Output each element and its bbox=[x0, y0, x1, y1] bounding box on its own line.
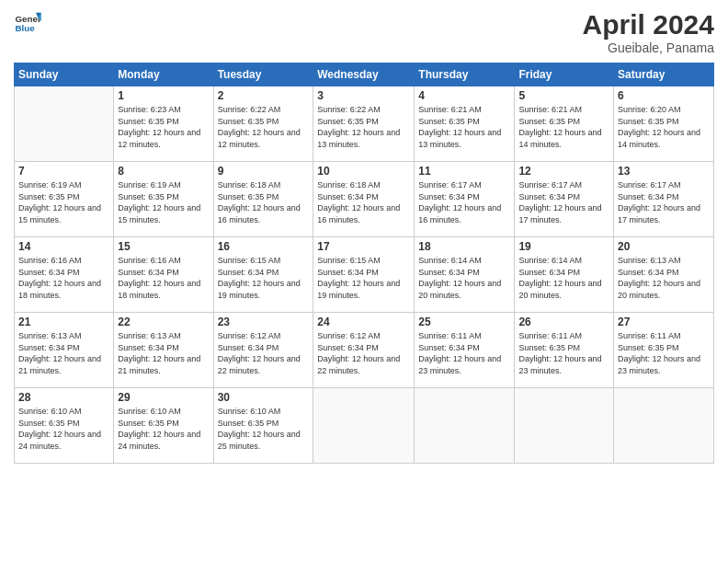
sunset: Sunset: 6:34 PM bbox=[218, 343, 279, 352]
day-cell: 6 Sunrise: 6:20 AM Sunset: 6:35 PM Dayli… bbox=[614, 86, 714, 162]
daylight: Daylight: 12 hours and 19 minutes. bbox=[218, 279, 301, 300]
day-number: 12 bbox=[518, 165, 609, 178]
sunrise: Sunrise: 6:11 AM bbox=[418, 331, 482, 340]
calendar-table: Sunday Monday Tuesday Wednesday Thursday… bbox=[14, 63, 714, 464]
daylight: Daylight: 12 hours and 22 minutes. bbox=[317, 354, 400, 375]
sunrise: Sunrise: 6:21 AM bbox=[518, 105, 582, 114]
daylight: Daylight: 12 hours and 13 minutes. bbox=[317, 128, 400, 149]
day-info: Sunrise: 6:16 AM Sunset: 6:34 PM Dayligh… bbox=[18, 255, 109, 301]
logo-icon: General Blue bbox=[14, 9, 41, 37]
day-info: Sunrise: 6:11 AM Sunset: 6:35 PM Dayligh… bbox=[618, 330, 710, 376]
sunrise: Sunrise: 6:22 AM bbox=[317, 105, 381, 114]
header: General Blue April 2024 Gueibale, Panama bbox=[14, 9, 714, 55]
day-number: 25 bbox=[418, 316, 510, 328]
day-info: Sunrise: 6:21 AM Sunset: 6:35 PM Dayligh… bbox=[418, 104, 510, 150]
sunset: Sunset: 6:34 PM bbox=[317, 268, 379, 277]
day-cell: 24 Sunrise: 6:12 AM Sunset: 6:34 PM Dayl… bbox=[313, 313, 415, 388]
day-cell: 20 Sunrise: 6:13 AM Sunset: 6:34 PM Dayl… bbox=[614, 237, 714, 313]
day-cell bbox=[415, 388, 515, 464]
day-number: 19 bbox=[518, 240, 609, 253]
daylight: Daylight: 12 hours and 18 minutes. bbox=[18, 279, 101, 300]
sunrise: Sunrise: 6:17 AM bbox=[418, 180, 482, 190]
sunset: Sunset: 6:34 PM bbox=[18, 343, 80, 352]
day-number: 3 bbox=[317, 89, 410, 102]
sunset: Sunset: 6:34 PM bbox=[18, 268, 80, 277]
day-info: Sunrise: 6:22 AM Sunset: 6:35 PM Dayligh… bbox=[218, 104, 310, 150]
col-saturday: Saturday bbox=[614, 63, 714, 86]
day-number: 17 bbox=[317, 240, 410, 253]
sunset: Sunset: 6:35 PM bbox=[518, 117, 580, 126]
day-info: Sunrise: 6:13 AM Sunset: 6:34 PM Dayligh… bbox=[618, 255, 710, 301]
sunrise: Sunrise: 6:16 AM bbox=[118, 256, 181, 265]
sunrise: Sunrise: 6:14 AM bbox=[518, 256, 582, 265]
day-number: 7 bbox=[18, 165, 109, 178]
sunrise: Sunrise: 6:13 AM bbox=[618, 256, 681, 265]
day-cell: 9 Sunrise: 6:18 AM Sunset: 6:35 PM Dayli… bbox=[213, 162, 313, 237]
day-cell: 25 Sunrise: 6:11 AM Sunset: 6:34 PM Dayl… bbox=[415, 313, 515, 388]
day-number: 27 bbox=[618, 316, 710, 328]
day-number: 8 bbox=[118, 165, 209, 178]
col-wednesday: Wednesday bbox=[313, 63, 415, 86]
sunset: Sunset: 6:34 PM bbox=[418, 192, 480, 201]
day-info: Sunrise: 6:11 AM Sunset: 6:35 PM Dayligh… bbox=[518, 330, 609, 376]
day-cell: 11 Sunrise: 6:17 AM Sunset: 6:34 PM Dayl… bbox=[415, 162, 515, 237]
daylight: Daylight: 12 hours and 24 minutes. bbox=[118, 430, 200, 451]
week-row-3: 14 Sunrise: 6:16 AM Sunset: 6:34 PM Dayl… bbox=[15, 237, 714, 313]
sunrise: Sunrise: 6:17 AM bbox=[618, 180, 681, 190]
sunset: Sunset: 6:35 PM bbox=[118, 117, 179, 126]
day-number: 6 bbox=[618, 89, 710, 102]
title-block: April 2024 Gueibale, Panama bbox=[583, 9, 714, 55]
sunset: Sunset: 6:34 PM bbox=[518, 192, 580, 201]
day-cell: 7 Sunrise: 6:19 AM Sunset: 6:35 PM Dayli… bbox=[15, 162, 114, 237]
sunset: Sunset: 6:34 PM bbox=[118, 268, 179, 277]
sunset: Sunset: 6:34 PM bbox=[518, 268, 580, 277]
sunrise: Sunrise: 6:15 AM bbox=[317, 256, 381, 265]
daylight: Daylight: 12 hours and 22 minutes. bbox=[218, 354, 301, 375]
daylight: Daylight: 12 hours and 17 minutes. bbox=[618, 203, 700, 224]
day-info: Sunrise: 6:15 AM Sunset: 6:34 PM Dayligh… bbox=[317, 255, 410, 301]
sunset: Sunset: 6:34 PM bbox=[218, 268, 279, 277]
daylight: Daylight: 12 hours and 23 minutes. bbox=[618, 354, 700, 375]
day-cell bbox=[313, 388, 415, 464]
sunset: Sunset: 6:35 PM bbox=[618, 117, 679, 126]
sunrise: Sunrise: 6:10 AM bbox=[218, 407, 281, 416]
day-number: 9 bbox=[218, 165, 310, 178]
sunset: Sunset: 6:35 PM bbox=[18, 419, 80, 428]
sunrise: Sunrise: 6:19 AM bbox=[118, 180, 181, 190]
sunrise: Sunrise: 6:12 AM bbox=[317, 331, 381, 340]
sunrise: Sunrise: 6:10 AM bbox=[18, 407, 82, 416]
daylight: Daylight: 12 hours and 21 minutes. bbox=[118, 354, 200, 375]
sunset: Sunset: 6:35 PM bbox=[218, 117, 279, 126]
day-number: 2 bbox=[218, 89, 310, 102]
sunset: Sunset: 6:35 PM bbox=[618, 343, 679, 352]
week-row-5: 28 Sunrise: 6:10 AM Sunset: 6:35 PM Dayl… bbox=[15, 388, 714, 464]
sunrise: Sunrise: 6:14 AM bbox=[418, 256, 482, 265]
day-cell: 5 Sunrise: 6:21 AM Sunset: 6:35 PM Dayli… bbox=[515, 86, 614, 162]
day-number: 21 bbox=[18, 316, 109, 328]
sunset: Sunset: 6:34 PM bbox=[618, 268, 679, 277]
daylight: Daylight: 12 hours and 12 minutes. bbox=[218, 128, 301, 149]
day-cell: 28 Sunrise: 6:10 AM Sunset: 6:35 PM Dayl… bbox=[15, 388, 114, 464]
col-monday: Monday bbox=[114, 63, 213, 86]
day-info: Sunrise: 6:18 AM Sunset: 6:34 PM Dayligh… bbox=[317, 179, 410, 225]
col-thursday: Thursday bbox=[415, 63, 515, 86]
sunset: Sunset: 6:34 PM bbox=[317, 192, 379, 201]
subtitle: Gueibale, Panama bbox=[583, 40, 714, 55]
daylight: Daylight: 12 hours and 17 minutes. bbox=[518, 203, 601, 224]
sunset: Sunset: 6:35 PM bbox=[118, 419, 179, 428]
week-row-2: 7 Sunrise: 6:19 AM Sunset: 6:35 PM Dayli… bbox=[15, 162, 714, 237]
sunset: Sunset: 6:35 PM bbox=[118, 192, 179, 201]
sunrise: Sunrise: 6:12 AM bbox=[218, 331, 281, 340]
day-number: 20 bbox=[618, 240, 710, 253]
day-cell: 15 Sunrise: 6:16 AM Sunset: 6:34 PM Dayl… bbox=[114, 237, 213, 313]
day-cell: 4 Sunrise: 6:21 AM Sunset: 6:35 PM Dayli… bbox=[415, 86, 515, 162]
sunrise: Sunrise: 6:18 AM bbox=[317, 180, 381, 190]
day-number: 1 bbox=[118, 89, 209, 102]
day-number: 11 bbox=[418, 165, 510, 178]
sunset: Sunset: 6:34 PM bbox=[418, 268, 480, 277]
day-number: 5 bbox=[518, 89, 609, 102]
day-info: Sunrise: 6:10 AM Sunset: 6:35 PM Dayligh… bbox=[218, 406, 310, 452]
sunrise: Sunrise: 6:15 AM bbox=[218, 256, 281, 265]
daylight: Daylight: 12 hours and 20 minutes. bbox=[618, 279, 700, 300]
sunrise: Sunrise: 6:21 AM bbox=[418, 105, 482, 114]
